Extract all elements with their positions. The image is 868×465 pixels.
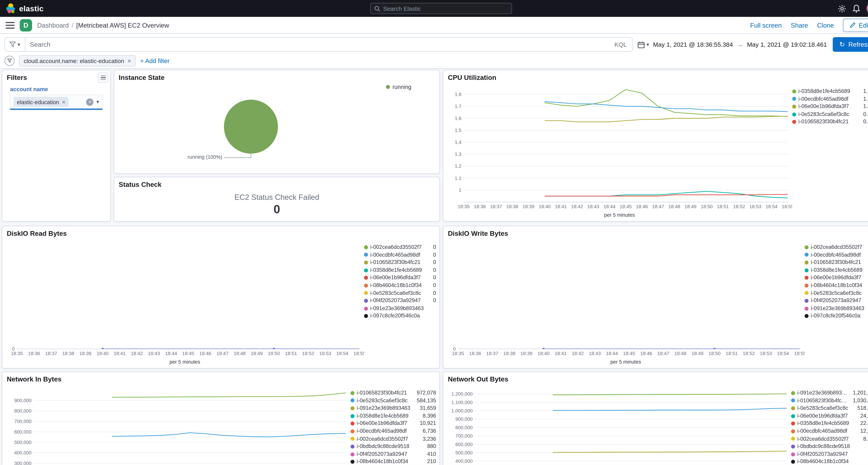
query-input[interactable] bbox=[25, 41, 609, 48]
clear-selection-icon[interactable]: × bbox=[86, 98, 94, 105]
filter-icon bbox=[10, 42, 16, 47]
network-out-chart[interactable]: 400,000500,000600,000700,000800,000900,0… bbox=[447, 385, 791, 465]
legend-item[interactable]: i-08b4604c18b1c0f34210 bbox=[350, 459, 436, 465]
svg-text:1.3: 1.3 bbox=[455, 151, 461, 157]
selected-option-pill[interactable]: elastic-education × bbox=[13, 97, 69, 107]
legend-item[interactable]: i-01065823f30b4fc…1,030,384 bbox=[791, 398, 868, 404]
filter-set-menu-button[interactable] bbox=[4, 56, 14, 66]
saved-query-menu-button[interactable]: ▾ bbox=[5, 38, 25, 51]
legend-item[interactable]: i-002cea6dcd35502f78,779 bbox=[791, 436, 868, 442]
legend-item[interactable]: i-08b4604c18b1c0f34196 bbox=[791, 459, 868, 465]
legend-item[interactable]: i-097c8cfe20f546c0a bbox=[805, 313, 868, 319]
svg-text:18:50: 18:50 bbox=[268, 351, 280, 356]
account-name-combobox[interactable]: elastic-education × × ▾ bbox=[10, 95, 102, 110]
date-end[interactable]: May 1, 2021 @ 19:02:18.461 bbox=[747, 41, 827, 48]
legend-item[interactable]: i-00ecdbfc465ad98df1.656 bbox=[792, 96, 868, 102]
user-avatar[interactable]: m bbox=[866, 3, 868, 14]
legend-item[interactable]: i-00ecdbfc465ad98df12,176 bbox=[791, 428, 868, 434]
legend-item[interactable]: i-08b4604c18b1c0f340 bbox=[805, 282, 868, 288]
legend-item[interactable]: running bbox=[386, 84, 411, 90]
date-quick-select-button[interactable]: ▾ bbox=[638, 41, 649, 48]
legend-item[interactable]: i-091e23e369b893463 bbox=[805, 305, 868, 311]
legend-value: 0.934 bbox=[863, 111, 868, 117]
add-filter-button[interactable]: + Add filter bbox=[140, 58, 169, 64]
legend-item[interactable]: i-002cea6dcd35502f70 bbox=[364, 244, 436, 250]
svg-text:18:38: 18:38 bbox=[503, 351, 515, 356]
legend-item[interactable]: i-08b4604c18b1c0f340 bbox=[364, 282, 436, 288]
global-search-input[interactable] bbox=[383, 5, 508, 12]
full-screen-button[interactable]: Full screen bbox=[750, 22, 782, 29]
svg-text:400,000: 400,000 bbox=[14, 450, 32, 456]
remove-filter-icon[interactable]: × bbox=[127, 58, 131, 64]
svg-text:18:52: 18:52 bbox=[733, 204, 745, 209]
panel-diskio-write-bytes: DiskIO Write Bytes 018:3518:3618:3718:38… bbox=[443, 226, 868, 369]
legend-item[interactable]: i-0e5283c5ca6ef3c8c584,135 bbox=[350, 398, 436, 404]
filter-pill[interactable]: cloud.account.name: elastic-education × bbox=[19, 55, 135, 66]
legend-item[interactable]: i-0f4f2052073a929470 bbox=[364, 298, 436, 304]
legend-item[interactable]: i-0f4f2052073a92947208 bbox=[791, 451, 868, 457]
legend-item[interactable]: i-01065823f30b4fc21972,078 bbox=[350, 390, 436, 396]
legend-item[interactable]: i-01065823f30b4fc210 bbox=[364, 259, 436, 266]
panel-options-button[interactable] bbox=[98, 72, 108, 83]
edit-button[interactable]: Edit bbox=[843, 18, 868, 32]
notifications-button[interactable] bbox=[852, 4, 860, 13]
legend-item[interactable]: i-091e23e369b89346331,659 bbox=[350, 405, 436, 411]
legend-item[interactable]: i-002cea6dcd35502f70 bbox=[805, 244, 868, 250]
legend-item[interactable]: i-091e23e369b893463 bbox=[364, 305, 436, 311]
legend-item[interactable]: i-06e00e1b96dfda3f724,685 bbox=[791, 413, 868, 419]
legend-item[interactable]: i-0bdbdc9c88cde9518588 bbox=[791, 443, 868, 450]
elastic-logo-icon bbox=[5, 3, 16, 13]
panel-network-in-bytes: Network In Bytes 300,000400,000500,00060… bbox=[2, 371, 440, 465]
legend-item[interactable]: i-00ecdbfc465ad98df0 bbox=[805, 252, 868, 258]
legend-item[interactable]: i-01065823f30b4fc210 bbox=[805, 259, 868, 266]
clone-button[interactable]: Clone bbox=[817, 22, 834, 29]
legend-item[interactable]: i-00ecdbfc465ad98df6,736 bbox=[350, 428, 436, 434]
legend-item[interactable]: i-0f4f2052073a92947410 bbox=[350, 451, 436, 457]
chevron-down-icon[interactable]: ▾ bbox=[96, 99, 99, 104]
legend-item[interactable]: i-06e00e1b96dfda3f70 bbox=[805, 275, 868, 281]
share-button[interactable]: Share bbox=[791, 22, 808, 29]
x-axis-title: per 5 minutes bbox=[447, 359, 804, 366]
legend-item[interactable]: i-0e5283c5ca6ef3c8c0 bbox=[364, 290, 436, 296]
legend-item[interactable]: i-0bdbdc9c88cde9518880 bbox=[350, 443, 436, 450]
settings-button[interactable] bbox=[838, 4, 846, 13]
global-search[interactable] bbox=[370, 3, 512, 14]
svg-text:18:45: 18:45 bbox=[620, 204, 632, 209]
legend-item[interactable]: i-01065823f30b4fc210.963 bbox=[792, 119, 868, 125]
refresh-button[interactable]: ↻ Refresh bbox=[833, 37, 868, 52]
svg-text:1,200,000: 1,200,000 bbox=[452, 391, 472, 397]
legend-item[interactable]: i-06e00e1b96dfda3f71.617 bbox=[792, 104, 868, 110]
legend-item[interactable]: i-0358d8e1fe4cb56890 bbox=[805, 267, 868, 273]
legend-item[interactable]: i-0358d8e1fe4cb56891.615 bbox=[792, 88, 868, 94]
breadcrumb-dashboard[interactable]: Dashboard bbox=[37, 22, 69, 29]
legend-item[interactable]: i-0358d8e1fe4cb56890 bbox=[364, 267, 436, 273]
legend-item[interactable]: i-097c8cfe20f546c0a bbox=[364, 313, 436, 319]
legend-item[interactable]: i-091e23e369b893…1,201,252 bbox=[791, 390, 868, 396]
svg-text:18:42: 18:42 bbox=[572, 351, 584, 356]
diskio-read-chart[interactable]: 018:3518:3618:3718:3818:3918:4018:4118:4… bbox=[5, 240, 364, 359]
legend-item[interactable]: i-06e00e1b96dfda3f70 bbox=[364, 275, 436, 281]
legend-value: 8,396 bbox=[423, 413, 436, 419]
legend-item[interactable]: i-0358d8e1fe4cb568922,498 bbox=[791, 421, 868, 427]
legend-item[interactable]: i-0e5283c5ca6ef3c8c0.934 bbox=[792, 111, 868, 117]
panel-diskio-read-bytes: DiskIO Read Bytes 018:3518:3618:3718:381… bbox=[2, 226, 440, 369]
remove-option-icon[interactable]: × bbox=[62, 99, 66, 105]
legend-item[interactable]: i-0f4f2052073a929470 bbox=[805, 298, 868, 304]
legend-item[interactable]: i-06e00e1b96dfda3f710,921 bbox=[350, 421, 436, 427]
menu-button[interactable] bbox=[5, 22, 14, 29]
legend-value: 6,736 bbox=[423, 428, 436, 434]
legend-item[interactable]: i-0e5283c5ca6ef3c8c518,768 bbox=[791, 405, 868, 411]
cpu-utilization-chart[interactable]: 11.11.21.31.41.51.61.71.818:3518:3618:37… bbox=[447, 84, 792, 212]
svg-text:18:47: 18:47 bbox=[216, 351, 228, 356]
space-badge[interactable]: D bbox=[20, 19, 32, 31]
diskio-write-chart[interactable]: 018:3518:3618:3718:3818:3918:4018:4118:4… bbox=[447, 240, 804, 359]
network-in-chart[interactable]: 300,000400,000500,000600,000700,000800,0… bbox=[5, 385, 350, 465]
chevron-down-icon: ▾ bbox=[18, 42, 20, 47]
legend-item[interactable]: i-0e5283c5ca6ef3c8c0 bbox=[805, 290, 868, 296]
kql-toggle[interactable]: KQL bbox=[609, 41, 632, 48]
legend-item[interactable]: i-0358d8e1fe4cb56898,396 bbox=[350, 413, 436, 419]
date-start[interactable]: May 1, 2021 @ 18:36:55.384 bbox=[653, 41, 733, 48]
legend-item[interactable]: i-002cea6dcd35502f73,236 bbox=[350, 436, 436, 442]
legend-item[interactable]: i-00ecdbfc465ad98df0 bbox=[364, 252, 436, 258]
svg-text:300,000: 300,000 bbox=[14, 461, 32, 465]
